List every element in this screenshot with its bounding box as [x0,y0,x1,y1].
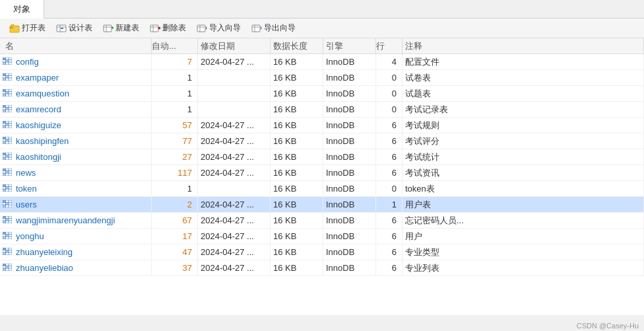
import-wizard-button[interactable]: 导入向导 [193,21,245,35]
row-count: 6 [376,213,402,228]
new-table-label: 新建表 [115,22,139,34]
table-row[interactable]: examrecord 116 KBInnoDB0考试记录表 [0,102,644,118]
auto-increment-value: 117 [152,165,198,180]
auto-increment-value: 57 [152,118,198,133]
comment: 试题表 [402,86,644,101]
svg-rect-56 [3,110,6,112]
svg-rect-136 [3,268,6,271]
table-row[interactable]: kaoshipingfen 772024-04-27 ...16 KBInnoD… [0,133,644,149]
comment: 配置文件 [402,54,644,69]
data-size: 16 KB [271,197,323,212]
svg-rect-64 [3,126,6,128]
engine: InnoDB [323,133,376,149]
svg-rect-62 [3,121,6,124]
comment: 用户表 [402,197,644,212]
svg-rect-21 [252,25,260,32]
comment: 专业列表 [402,260,644,276]
engine: InnoDB [323,165,376,180]
comment: 专业类型 [402,244,644,260]
svg-rect-46 [3,89,6,92]
table-row[interactable]: zhuanyeleixing 472024-04-27 ...16 KBInno… [0,244,644,260]
table-name: examquestion [16,89,69,98]
table-row[interactable]: users 22024-04-27 ...16 KBInnoDB1用户表 [0,197,644,213]
svg-rect-1 [10,27,13,28]
col-header-comment: 注释 [402,38,644,54]
table-row[interactable]: kaoshiguize 572024-04-27 ...16 KBInnoDB6… [0,118,644,133]
table-name: token [16,184,37,194]
svg-rect-71 [6,139,9,142]
row-count: 0 [376,181,402,196]
table-name: kaoshitongji [16,152,61,162]
svg-rect-112 [3,221,6,223]
svg-marker-20 [206,26,207,30]
svg-rect-134 [3,264,6,266]
import-wizard-label: 导入向导 [209,22,241,34]
grid-icon [3,73,12,83]
grid-icon [3,136,12,146]
table-row[interactable]: exampaper 116 KBInnoDB0试卷表 [0,70,644,86]
table-name: zhuanyeliebiao [16,263,73,273]
auto-increment-value: 37 [152,260,198,276]
auto-increment-value: 1 [152,181,198,196]
auto-increment-value: 2 [152,197,198,212]
comment: 考试记录表 [402,102,644,117]
svg-rect-54 [3,105,6,108]
data-size: 16 KB [271,102,323,117]
svg-rect-30 [3,57,6,60]
data-size: 16 KB [271,213,323,228]
col-header-name: 名 [0,38,152,54]
svg-rect-55 [6,108,9,110]
open-table-icon [9,24,20,33]
delete-table-button[interactable]: 删除表 [146,21,190,35]
data-size: 16 KB [271,86,323,101]
engine: InnoDB [323,197,376,212]
auto-increment-value: 67 [152,213,198,228]
data-size: 16 KB [271,149,323,165]
table-body: config 72024-04-27 ...16 KBInnoDB4配置文件 e… [0,54,644,276]
engine: InnoDB [323,86,376,101]
modified-date: 2024-04-27 ... [198,149,271,165]
table-row[interactable]: news 1172024-04-27 ...16 KBInnoDB6考试资讯 [0,165,644,181]
svg-rect-120 [3,237,6,239]
design-table-button[interactable]: 设计表 [52,21,96,35]
content-area: 名 自动... 修改日期 数据长度 引擎 行 注释 config 72024-0… [0,38,644,315]
auto-increment-value: 47 [152,244,198,260]
grid-icon [3,168,12,178]
svg-rect-118 [3,232,6,235]
table-row[interactable]: examquestion 116 KBInnoDB0试题表 [0,86,644,102]
svg-rect-102 [3,200,6,203]
row-count: 0 [376,102,402,117]
export-wizard-button[interactable]: 导出向导 [247,21,300,35]
auto-increment-value: 17 [152,229,198,244]
row-count: 6 [376,260,402,276]
table-row[interactable]: zhuanyeliebiao 372024-04-27 ...16 KBInno… [0,260,644,276]
comment: 试卷表 [402,70,644,85]
svg-rect-32 [3,62,6,65]
table-row[interactable]: wangjimimarenyuandengji 672024-04-27 ...… [0,213,644,229]
svg-rect-39 [6,76,9,79]
auto-increment-value: 1 [152,86,198,101]
svg-rect-87 [6,171,9,174]
open-table-button[interactable]: 打开表 [5,21,49,35]
svg-rect-47 [6,92,9,94]
svg-rect-96 [3,189,6,192]
new-table-button[interactable]: 新建表 [99,21,143,35]
modified-date: 2024-04-27 ... [198,213,271,228]
delete-table-label: 删除表 [162,22,186,34]
auto-increment-value: 27 [152,149,198,165]
data-size: 16 KB [271,229,323,244]
table-row[interactable]: config 72024-04-27 ...16 KBInnoDB4配置文件 [0,54,644,70]
modified-date [198,70,271,85]
modified-date: 2024-04-27 ... [198,229,271,244]
grid-icon [3,215,12,225]
table-row[interactable]: yonghu 172024-04-27 ...16 KBInnoDB6用户 [0,229,644,244]
table-row[interactable]: token 116 KBInnoDB0token表 [0,181,644,197]
svg-rect-104 [3,205,6,207]
table-name: examrecord [16,104,61,114]
title-tab[interactable]: 对象 [0,0,44,18]
svg-rect-2 [11,24,14,26]
table-row[interactable]: kaoshitongji 272024-04-27 ...16 KBInnoDB… [0,149,644,165]
data-size: 16 KB [271,165,323,180]
modified-date: 2024-04-27 ... [198,133,271,149]
svg-rect-63 [6,124,9,126]
